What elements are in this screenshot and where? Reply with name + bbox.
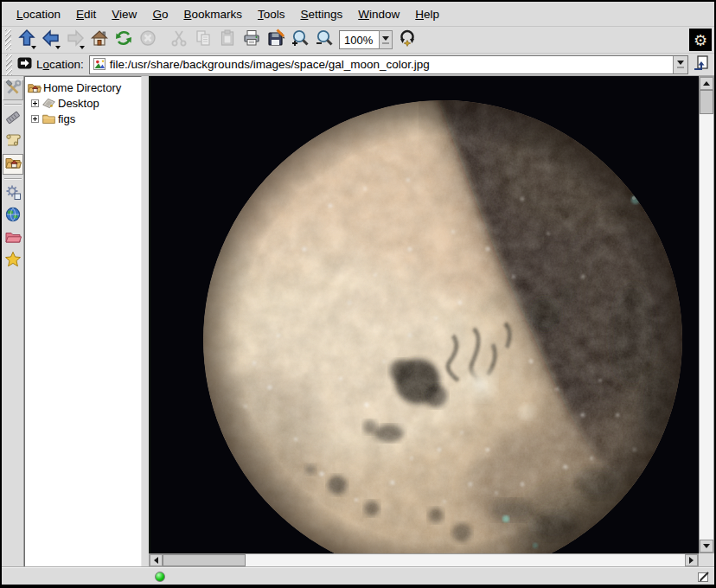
clear-location-icon <box>17 56 33 74</box>
tree-item-figs[interactable]: figs <box>27 111 141 126</box>
expand-plus-icon[interactable] <box>31 115 39 123</box>
sidebar-history-button[interactable] <box>3 131 23 152</box>
chevron-down-icon <box>382 36 389 41</box>
sidebar-bookmarks-button[interactable] <box>3 251 23 272</box>
menu-bookmarks[interactable]: Bookmarks <box>176 4 250 24</box>
sidebar-services-button[interactable] <box>3 183 23 204</box>
kde-gear-icon: ⚙ <box>689 29 712 51</box>
horizontal-scrollbar[interactable] <box>149 553 699 567</box>
home-folder-icon <box>4 154 22 175</box>
forward-dropdown-arrow-icon[interactable] <box>80 46 85 49</box>
combo-dash <box>677 67 684 68</box>
menu-edit[interactable]: Edit <box>68 4 104 24</box>
konqueror-window: Location Edit View Go Bookmarks Tools Se… <box>0 0 716 588</box>
tree-item-desktop[interactable]: Desktop <box>27 95 141 111</box>
menu-view[interactable]: View <box>104 4 144 24</box>
tree-item-label[interactable]: figs <box>58 112 75 125</box>
arrow-right-icon <box>689 557 694 564</box>
stop-icon <box>138 29 157 51</box>
vertical-scroll-thumb[interactable] <box>700 90 713 114</box>
cut-button[interactable] <box>167 28 191 52</box>
menu-go[interactable]: Go <box>144 4 176 24</box>
sidebar-network-button[interactable] <box>3 206 23 227</box>
view-column <box>149 76 699 567</box>
folder-icon <box>42 112 56 126</box>
clear-location-button[interactable] <box>16 56 35 74</box>
stop-button[interactable] <box>136 28 160 52</box>
network-icon <box>4 206 22 227</box>
zoom-out-icon <box>315 29 334 51</box>
image-view <box>149 76 699 553</box>
sidebar-home-folder-button[interactable] <box>3 154 23 175</box>
scroll-left-button[interactable] <box>150 554 163 566</box>
save-as-icon <box>266 29 285 51</box>
copy-icon <box>194 29 213 51</box>
history-icon <box>4 131 22 152</box>
scroll-right-button[interactable] <box>685 554 698 566</box>
home-button[interactable] <box>87 28 112 52</box>
folder-tree-panel: Home Directory Desktop figs <box>24 76 142 567</box>
status-bar <box>2 567 714 585</box>
menu-help[interactable]: Help <box>407 4 447 24</box>
location-label: Location: <box>36 58 84 71</box>
reload-button[interactable] <box>112 28 136 52</box>
paste-icon <box>218 29 237 51</box>
tree-item-label[interactable]: Home Directory <box>43 81 121 94</box>
sidebar-root-folder-button[interactable] <box>3 228 23 249</box>
tree-item-label[interactable]: Desktop <box>58 97 99 110</box>
statusbar-grip-icon[interactable] <box>697 570 711 584</box>
menu-location[interactable]: Location <box>9 4 68 24</box>
print-button[interactable] <box>240 28 264 52</box>
scroll-up-button[interactable] <box>700 77 713 90</box>
arrow-down-icon <box>703 544 710 548</box>
up-button[interactable] <box>15 28 39 52</box>
copy-button[interactable] <box>191 28 215 52</box>
scrollbar-corner <box>699 553 714 567</box>
horizontal-scroll-thumb[interactable] <box>163 554 246 566</box>
menu-window[interactable]: Window <box>350 4 407 24</box>
scroll-down-button[interactable] <box>700 540 713 553</box>
services-icon <box>4 183 22 204</box>
reload-icon <box>114 29 133 51</box>
cut-icon <box>169 29 189 51</box>
location-value[interactable]: file:/usr/share/backgrounds/images/space… <box>110 58 673 71</box>
zoom-level-value[interactable]: 100% <box>339 30 379 49</box>
sidebar-devices-button[interactable] <box>3 109 23 130</box>
configure-icon <box>4 80 22 100</box>
home-folder-icon <box>27 80 42 95</box>
menu-settings[interactable]: Settings <box>292 4 350 24</box>
vertical-scrollbar[interactable] <box>699 76 714 553</box>
zoom-level-combo[interactable]: 100% <box>339 29 393 50</box>
root-folder-icon <box>4 228 22 249</box>
location-dropdown-button[interactable] <box>673 56 687 74</box>
up-dropdown-arrow-icon[interactable] <box>31 46 36 49</box>
forward-button[interactable] <box>63 28 87 52</box>
zoom-in-icon <box>291 29 310 51</box>
location-input[interactable]: file:/usr/share/backgrounds/images/space… <box>89 55 688 74</box>
zoom-combo-arrow-button[interactable] <box>379 30 393 49</box>
tree-item-home-directory[interactable]: Home Directory <box>27 80 141 95</box>
sidebar-configure-button[interactable] <box>3 80 23 100</box>
vscroll-column <box>699 76 714 567</box>
home-icon <box>90 29 109 51</box>
toolbar-handle[interactable] <box>5 29 11 50</box>
rotate-button[interactable] <box>395 28 419 52</box>
panel-splitter[interactable] <box>142 76 149 567</box>
back-dropdown-arrow-icon[interactable] <box>55 46 61 49</box>
zoom-in-button[interactable] <box>288 28 312 52</box>
paste-button[interactable] <box>215 28 240 52</box>
go-button[interactable] <box>691 54 712 75</box>
sidebar-icon-strip <box>2 76 24 567</box>
combo-dash <box>382 42 389 44</box>
status-led-icon <box>155 572 165 582</box>
menu-tools[interactable]: Tools <box>250 4 293 24</box>
save-as-button[interactable] <box>264 28 288 52</box>
expand-plus-icon[interactable] <box>31 99 39 107</box>
back-button[interactable] <box>39 28 63 52</box>
image-file-icon <box>93 58 106 71</box>
bookmarks-icon <box>4 251 22 272</box>
location-toolbar-handle[interactable] <box>6 54 12 75</box>
main-area: Home Directory Desktop figs <box>2 76 714 567</box>
strip-separator <box>4 178 22 180</box>
zoom-out-button[interactable] <box>312 28 336 52</box>
